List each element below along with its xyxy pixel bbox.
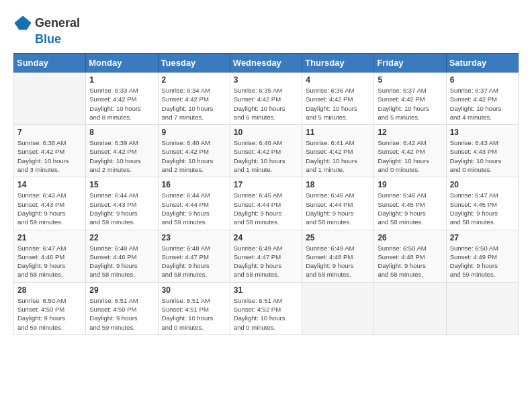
calendar-day-header: Thursday: [302, 54, 374, 73]
day-info: Sunrise: 6:42 AM Sunset: 4:42 PM Dayligh…: [378, 138, 442, 174]
day-info: Sunrise: 6:49 AM Sunset: 4:47 PM Dayligh…: [234, 244, 298, 279]
day-number: 28: [17, 285, 82, 295]
day-info: Sunrise: 6:50 AM Sunset: 4:48 PM Dayligh…: [378, 244, 442, 279]
day-number: 23: [162, 233, 226, 242]
day-info: Sunrise: 6:51 AM Sunset: 4:51 PM Dayligh…: [162, 296, 226, 332]
calendar-day-cell: 13Sunrise: 6:43 AM Sunset: 4:43 PM Dayli…: [446, 125, 518, 177]
calendar-day-cell: 3Sunrise: 6:35 AM Sunset: 4:42 PM Daylig…: [230, 73, 302, 125]
calendar-week-row: 28Sunrise: 6:50 AM Sunset: 4:50 PM Dayli…: [14, 282, 519, 334]
svg-marker-0: [14, 16, 31, 30]
calendar-week-row: 7Sunrise: 6:38 AM Sunset: 4:42 PM Daylig…: [14, 125, 519, 177]
calendar-day-cell: 4Sunrise: 6:36 AM Sunset: 4:42 PM Daylig…: [302, 73, 374, 125]
calendar-week-row: 21Sunrise: 6:47 AM Sunset: 4:46 PM Dayli…: [14, 230, 519, 282]
day-number: 31: [234, 285, 298, 295]
calendar-day-cell: 31Sunrise: 6:51 AM Sunset: 4:52 PM Dayli…: [230, 282, 302, 334]
day-number: 7: [17, 128, 82, 137]
day-number: 16: [162, 180, 226, 189]
calendar-day-cell: 5Sunrise: 6:37 AM Sunset: 4:42 PM Daylig…: [374, 73, 446, 125]
day-number: 17: [234, 180, 298, 189]
calendar-day-cell: 2Sunrise: 6:34 AM Sunset: 4:42 PM Daylig…: [158, 73, 230, 125]
calendar-day-cell: 26Sunrise: 6:50 AM Sunset: 4:48 PM Dayli…: [374, 230, 446, 282]
calendar-day-cell: 23Sunrise: 6:48 AM Sunset: 4:47 PM Dayli…: [158, 230, 230, 282]
calendar-day-header: Sunday: [14, 54, 86, 73]
calendar-day-cell: 29Sunrise: 6:51 AM Sunset: 4:50 PM Dayli…: [86, 282, 158, 334]
day-info: Sunrise: 6:47 AM Sunset: 4:46 PM Dayligh…: [17, 244, 82, 279]
calendar-day-cell: 11Sunrise: 6:41 AM Sunset: 4:42 PM Dayli…: [302, 125, 374, 177]
calendar-day-cell: 7Sunrise: 6:38 AM Sunset: 4:42 PM Daylig…: [14, 125, 86, 177]
calendar-day-cell: [446, 282, 518, 334]
calendar-day-cell: [302, 282, 374, 334]
calendar-table: SundayMondayTuesdayWednesdayThursdayFrid…: [13, 53, 519, 335]
calendar-week-row: 14Sunrise: 6:43 AM Sunset: 4:43 PM Dayli…: [14, 177, 519, 230]
day-info: Sunrise: 6:48 AM Sunset: 4:46 PM Dayligh…: [89, 244, 154, 279]
calendar-day-cell: 28Sunrise: 6:50 AM Sunset: 4:50 PM Dayli…: [14, 282, 86, 334]
calendar-week-row: 1Sunrise: 6:33 AM Sunset: 4:42 PM Daylig…: [14, 73, 519, 125]
day-info: Sunrise: 6:41 AM Sunset: 4:42 PM Dayligh…: [306, 138, 370, 174]
day-number: 22: [89, 233, 154, 242]
day-info: Sunrise: 6:35 AM Sunset: 4:42 PM Dayligh…: [234, 86, 298, 122]
calendar-day-cell: 17Sunrise: 6:45 AM Sunset: 4:44 PM Dayli…: [230, 177, 302, 230]
day-info: Sunrise: 6:51 AM Sunset: 4:52 PM Dayligh…: [234, 296, 298, 332]
day-number: 4: [306, 75, 370, 85]
day-info: Sunrise: 6:33 AM Sunset: 4:42 PM Dayligh…: [89, 86, 154, 122]
day-info: Sunrise: 6:44 AM Sunset: 4:43 PM Dayligh…: [89, 191, 154, 226]
calendar-day-cell: 24Sunrise: 6:49 AM Sunset: 4:47 PM Dayli…: [230, 230, 302, 282]
calendar-day-cell: 30Sunrise: 6:51 AM Sunset: 4:51 PM Dayli…: [158, 282, 230, 334]
day-info: Sunrise: 6:51 AM Sunset: 4:50 PM Dayligh…: [89, 296, 154, 332]
day-number: 10: [234, 128, 298, 137]
day-info: Sunrise: 6:46 AM Sunset: 4:45 PM Dayligh…: [378, 191, 442, 226]
calendar-day-cell: 14Sunrise: 6:43 AM Sunset: 4:43 PM Dayli…: [14, 177, 86, 230]
day-number: 27: [450, 233, 515, 242]
calendar-day-cell: 22Sunrise: 6:48 AM Sunset: 4:46 PM Dayli…: [86, 230, 158, 282]
day-info: Sunrise: 6:38 AM Sunset: 4:42 PM Dayligh…: [17, 138, 82, 174]
day-number: 21: [17, 233, 82, 242]
day-number: 6: [450, 75, 515, 85]
day-info: Sunrise: 6:50 AM Sunset: 4:49 PM Dayligh…: [450, 244, 515, 279]
header: General Blue: [13, 13, 519, 46]
day-number: 11: [306, 128, 370, 137]
calendar-day-cell: 1Sunrise: 6:33 AM Sunset: 4:42 PM Daylig…: [86, 73, 158, 125]
calendar-day-header: Tuesday: [158, 54, 230, 73]
calendar-day-header: Friday: [374, 54, 446, 73]
calendar-day-header: Wednesday: [230, 54, 302, 73]
calendar-day-cell: 19Sunrise: 6:46 AM Sunset: 4:45 PM Dayli…: [374, 177, 446, 230]
day-number: 3: [234, 75, 298, 85]
day-number: 12: [378, 128, 442, 137]
calendar-day-header: Monday: [86, 54, 158, 73]
logo-general-text: General: [35, 16, 80, 30]
day-number: 9: [162, 128, 226, 137]
logo-icon: [13, 13, 32, 32]
day-info: Sunrise: 6:37 AM Sunset: 4:42 PM Dayligh…: [450, 86, 515, 122]
calendar-day-cell: 6Sunrise: 6:37 AM Sunset: 4:42 PM Daylig…: [446, 73, 518, 125]
day-number: 13: [450, 128, 515, 137]
calendar-day-cell: 8Sunrise: 6:39 AM Sunset: 4:42 PM Daylig…: [86, 125, 158, 177]
calendar-day-cell: 16Sunrise: 6:44 AM Sunset: 4:44 PM Dayli…: [158, 177, 230, 230]
calendar-day-cell: 20Sunrise: 6:47 AM Sunset: 4:45 PM Dayli…: [446, 177, 518, 230]
day-info: Sunrise: 6:43 AM Sunset: 4:43 PM Dayligh…: [450, 138, 515, 174]
day-number: 29: [89, 285, 154, 295]
calendar-day-cell: [14, 73, 86, 125]
day-number: 14: [17, 180, 82, 189]
day-number: 8: [89, 128, 154, 137]
day-number: 1: [89, 75, 154, 85]
day-info: Sunrise: 6:43 AM Sunset: 4:43 PM Dayligh…: [17, 191, 82, 226]
calendar-day-cell: 18Sunrise: 6:46 AM Sunset: 4:44 PM Dayli…: [302, 177, 374, 230]
day-info: Sunrise: 6:37 AM Sunset: 4:42 PM Dayligh…: [378, 86, 442, 122]
day-number: 30: [162, 285, 226, 295]
calendar-day-cell: 25Sunrise: 6:49 AM Sunset: 4:48 PM Dayli…: [302, 230, 374, 282]
calendar-day-cell: 27Sunrise: 6:50 AM Sunset: 4:49 PM Dayli…: [446, 230, 518, 282]
calendar-day-cell: 21Sunrise: 6:47 AM Sunset: 4:46 PM Dayli…: [14, 230, 86, 282]
day-info: Sunrise: 6:40 AM Sunset: 4:42 PM Dayligh…: [234, 138, 298, 174]
calendar-day-cell: 9Sunrise: 6:40 AM Sunset: 4:42 PM Daylig…: [158, 125, 230, 177]
day-number: 19: [378, 180, 442, 189]
logo: General Blue: [13, 13, 80, 46]
day-info: Sunrise: 6:47 AM Sunset: 4:45 PM Dayligh…: [450, 191, 515, 226]
day-number: 15: [89, 180, 154, 189]
calendar-day-cell: 12Sunrise: 6:42 AM Sunset: 4:42 PM Dayli…: [374, 125, 446, 177]
day-info: Sunrise: 6:36 AM Sunset: 4:42 PM Dayligh…: [306, 86, 370, 122]
calendar-day-header: Saturday: [446, 54, 518, 73]
day-info: Sunrise: 6:45 AM Sunset: 4:44 PM Dayligh…: [234, 191, 298, 226]
day-info: Sunrise: 6:48 AM Sunset: 4:47 PM Dayligh…: [162, 244, 226, 279]
day-number: 20: [450, 180, 515, 189]
day-number: 24: [234, 233, 298, 242]
